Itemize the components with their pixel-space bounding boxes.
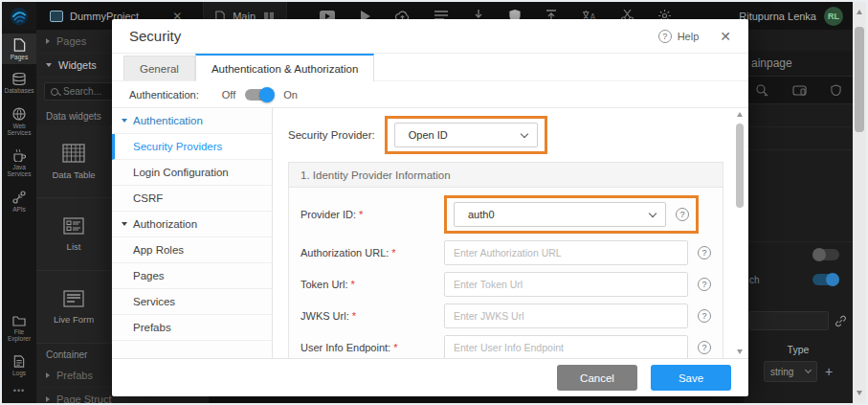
nav-item-csrf[interactable]: CSRF — [112, 186, 272, 212]
nav-group-authorization[interactable]: Authorization — [112, 212, 272, 237]
field-label: Authorization URL:* — [300, 247, 444, 259]
explorer-pages-label: Pages — [56, 35, 86, 47]
page-title-fragment: ainpage — [744, 51, 853, 76]
rail-item-logs[interactable]: Logs — [2, 350, 36, 380]
nav-group-authentication[interactable]: Authentication — [112, 108, 272, 134]
security-dialog: Security ? Help ✕ General Authentication… — [112, 19, 748, 396]
provider-id-select[interactable]: auth0 — [454, 202, 666, 227]
rail-item-java-services[interactable]: Java Services — [2, 145, 36, 182]
property-toggle-off[interactable] — [812, 249, 839, 260]
rail-item-databases[interactable]: Databases — [2, 68, 36, 98]
user-menu[interactable]: Ritupurna Lenka RL — [739, 7, 853, 26]
nav-item-pages[interactable]: Pages — [112, 263, 272, 289]
save-button[interactable]: Save — [651, 365, 731, 391]
cancel-button[interactable]: Cancel — [557, 365, 637, 391]
property-input[interactable] — [749, 311, 829, 330]
scroll-up-icon[interactable] — [857, 10, 862, 14]
authentication-toggle[interactable] — [245, 89, 274, 101]
scrollbar-thumb[interactable] — [736, 124, 744, 208]
required-marker: * — [359, 209, 363, 220]
widget-label: Live Form — [54, 314, 94, 325]
device-preview-icon[interactable] — [792, 85, 807, 96]
jwks-url-input[interactable] — [444, 304, 688, 328]
explorer-page-structure-label: Page Struct — [56, 394, 111, 403]
web-services-icon — [12, 107, 26, 121]
help-label: Help — [678, 31, 700, 42]
field-help-icon[interactable]: ? — [698, 278, 711, 291]
left-rail: Pages Databases Web Services Java Servic… — [2, 30, 36, 403]
databases-icon — [12, 73, 26, 85]
identity-provider-section: 1. Identity Provider Information Provide… — [288, 162, 723, 358]
content-scrollbar[interactable] — [735, 112, 745, 354]
section-body: Provider ID:* auth0 ? — [289, 188, 723, 358]
nav-item-security-providers[interactable]: Security Providers — [112, 134, 272, 160]
explorer-prefabs-label: Prefabs — [56, 370, 93, 381]
tab-authentication-authorization[interactable]: Authentication & Authorization — [195, 54, 374, 81]
select-cursor-icon[interactable] — [756, 84, 768, 97]
scroll-down-icon[interactable] — [857, 391, 862, 395]
nav-item-prefabs[interactable]: Prefabs — [112, 315, 272, 341]
add-variable-button[interactable]: + — [825, 364, 833, 379]
chevron-down-icon — [122, 222, 127, 226]
wavemaker-logo[interactable] — [2, 2, 36, 30]
nav-item-services[interactable]: Services — [112, 289, 272, 315]
token-url-input[interactable] — [444, 272, 688, 297]
user-name: Ritupurna Lenka — [739, 11, 816, 22]
security-nav: Authentication Security Providers Login … — [112, 108, 273, 358]
widget-label: Data Table — [52, 169, 95, 180]
help-button[interactable]: ? Help — [658, 30, 700, 43]
nav-item-app-roles[interactable]: App Roles — [112, 237, 272, 263]
close-icon[interactable]: ✕ — [720, 29, 731, 44]
nav-label: Pages — [133, 270, 165, 281]
rail-item-web-services[interactable]: Web Services — [2, 102, 36, 141]
chevron-right-icon — [46, 396, 50, 402]
rail-item-file-explorer[interactable]: File Explorer — [2, 310, 36, 347]
user-info-endpoint-input[interactable] — [444, 335, 688, 358]
security-provider-select[interactable]: Open ID — [394, 123, 538, 147]
user-avatar[interactable]: RL — [824, 7, 843, 26]
field-help-icon[interactable]: ? — [676, 208, 689, 221]
property-label-fragment: ch — [749, 275, 760, 285]
widget-list[interactable]: List — [36, 198, 112, 271]
nav-item-login-configuration[interactable]: Login Configuration — [112, 160, 272, 186]
rail-label: Java Services — [2, 164, 36, 178]
properties-row — [744, 150, 853, 242]
type-select[interactable]: string — [764, 361, 817, 382]
nav-label: Login Configuration — [133, 167, 229, 178]
rail-item-pages[interactable]: Pages — [2, 34, 36, 64]
dialog-title: Security — [129, 28, 181, 44]
scrollbar-thumb[interactable] — [855, 27, 864, 132]
shield-outline-icon[interactable] — [831, 84, 841, 96]
scroll-down-icon[interactable] — [737, 349, 743, 354]
rail-spacer — [2, 216, 36, 305]
more-options-icon[interactable]: ••• — [2, 380, 36, 403]
field-help-icon[interactable]: ? — [698, 246, 711, 259]
scroll-up-icon[interactable] — [737, 112, 743, 117]
nav-label: CSRF — [133, 192, 163, 204]
nav-label: Security Providers — [133, 141, 222, 152]
widget-label: List — [67, 241, 81, 252]
property-toggle-on[interactable] — [812, 274, 839, 285]
property-bind-row — [744, 311, 853, 330]
chevron-down-icon — [805, 367, 812, 373]
list-icon — [63, 217, 84, 235]
tab-general[interactable]: General — [123, 56, 195, 80]
field-jwks-url: JWKS Url:* ? — [300, 304, 711, 328]
app-scrollbar[interactable] — [853, 2, 866, 403]
field-label: Token Url:* — [300, 279, 444, 290]
properties-row — [744, 104, 853, 127]
widget-live-form[interactable]: Live Form — [36, 271, 112, 344]
toggle-on-label: On — [283, 89, 298, 101]
properties-row — [744, 127, 853, 150]
bind-link-icon[interactable] — [835, 315, 847, 327]
rail-label: Logs — [12, 370, 26, 376]
widget-data-table[interactable]: Data Table — [36, 125, 112, 198]
field-help-icon[interactable]: ? — [698, 341, 711, 354]
required-marker: * — [352, 310, 356, 322]
explorer-widgets-label: Widgets — [58, 59, 97, 71]
field-help-icon[interactable]: ? — [698, 309, 711, 323]
authorization-url-input[interactable] — [444, 240, 688, 265]
properties-toolbar — [744, 76, 853, 104]
rail-item-apis[interactable]: APIs — [2, 186, 36, 216]
field-user-info-endpoint: User Info Endpoint:* ? — [300, 335, 711, 358]
